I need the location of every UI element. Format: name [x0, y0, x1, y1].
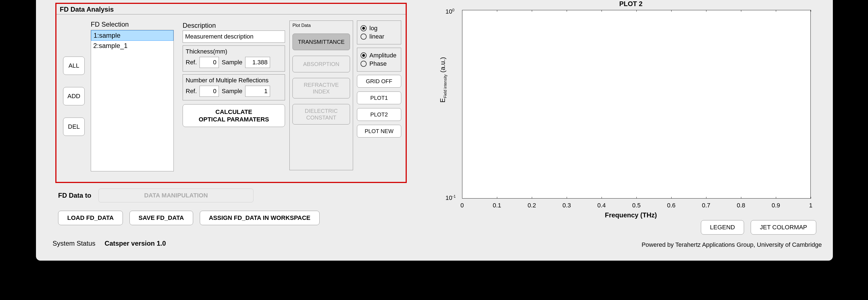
reflections-fieldset: Number of Multiple Reflections Ref. Samp… [183, 74, 285, 100]
log-radio-label: log [369, 25, 377, 32]
plot-axes[interactable] [462, 10, 811, 198]
data-manipulation-button: DATA MANIPULATION [98, 189, 253, 202]
calculate-button[interactable]: CALCULATE OPTICAL PARAMATERS [183, 104, 285, 127]
xlabel: Frequency (THz) [440, 211, 822, 219]
amplitude-radio[interactable]: Amplitude [361, 52, 398, 59]
xtick: 0.7 [702, 202, 711, 209]
dielectric-constant-label: DIELECTRIC CONSTANT [305, 108, 338, 121]
status-bar: System Status Catsper version 1.0 [53, 240, 166, 247]
plot-title: PLOT 2 [440, 0, 822, 8]
plot-data-column: Plot Data TRANSMITTANCE ABSORPTION REFRA… [289, 21, 353, 170]
ylabel-sub: Field intensity [443, 74, 447, 98]
phase-radio-label: Phase [369, 60, 386, 67]
reflections-ref-label: Ref. [186, 88, 197, 95]
xtick: 1 [809, 202, 812, 209]
assign-fd-data-button[interactable]: ASSIGN FD_DATA IN WORKSPACE [200, 211, 319, 225]
xtick: 0.4 [597, 202, 606, 209]
thickness-ref-input[interactable] [199, 57, 219, 68]
plot-new-button[interactable]: PLOT NEW [357, 125, 401, 138]
plot-data-title: Plot Data [292, 23, 350, 28]
description-label: Description [183, 22, 285, 29]
plot-data-fieldset: Plot Data TRANSMITTANCE ABSORPTION REFRA… [289, 21, 353, 170]
plot-buttons-row: LEGEND JET COLORMAP [440, 220, 816, 235]
list-item[interactable]: 2:sample_1 [91, 41, 174, 51]
thickness-fieldset: Thickness(mm) Ref. Sample [183, 46, 285, 72]
dielectric-constant-button: DIELECTRIC CONSTANT [292, 104, 350, 125]
reflections-sample-label: Sample [222, 88, 242, 95]
ylabel-suffix: (a.u.) [439, 57, 446, 75]
transmittance-button[interactable]: TRANSMITTANCE [292, 33, 350, 50]
plot-controls-column: log linear Amplitude Phase [357, 21, 401, 141]
bottom-buttons-row: LOAD FD_DATA SAVE FD_DATA ASSIGN FD_DATA… [58, 211, 319, 225]
refractive-index-label: REFRACTIVE INDEX [304, 82, 339, 95]
thickness-ref-label: Ref. [186, 59, 197, 66]
list-item[interactable]: 1:sample [91, 30, 174, 41]
phase-radio[interactable]: Phase [361, 60, 398, 67]
thickness-title: Thickness(mm) [186, 48, 282, 55]
xtick: 0.9 [772, 202, 780, 209]
legend-button[interactable]: LEGEND [701, 220, 744, 235]
log-radio[interactable]: log [361, 25, 398, 32]
plot2-button[interactable]: PLOT2 [357, 108, 401, 121]
app-window: FD Data Analysis FD Selection 1:sample 2… [36, 0, 833, 261]
ytick-0: 100 [445, 8, 454, 15]
xtick: 0.8 [737, 202, 745, 209]
reflections-ref-input[interactable] [199, 86, 219, 97]
xtick: 0 [460, 202, 464, 209]
refractive-index-button: REFRACTIVE INDEX [292, 78, 350, 99]
linear-radio[interactable]: linear [361, 33, 398, 40]
scale-radio-group: log linear [357, 21, 401, 44]
panel-title: FD Data Analysis [57, 4, 406, 15]
plot1-button[interactable]: PLOT1 [357, 91, 401, 104]
ylabel-prefix: E [439, 98, 446, 103]
properties-column: Description Thickness(mm) Ref. Sample Nu… [183, 21, 285, 127]
xtick: 0.6 [667, 202, 676, 209]
del-button[interactable]: DEL [63, 117, 85, 136]
all-button[interactable]: ALL [63, 57, 85, 75]
description-input[interactable] [183, 30, 285, 43]
amplitude-radio-label: Amplitude [369, 52, 397, 59]
xtick: 0.5 [632, 202, 641, 209]
grid-off-button[interactable]: GRID OFF [357, 75, 401, 88]
load-fd-data-button[interactable]: LOAD FD_DATA [58, 211, 123, 225]
ytick-1: 10-1 [445, 194, 456, 201]
status-label: System Status [53, 240, 95, 247]
xtick: 0.3 [562, 202, 571, 209]
radio-icon [361, 33, 367, 39]
fd-data-to-label: FD Data to [58, 192, 91, 199]
plot2-area: PLOT 2 100 10-1 EField intensity (a.u.) … [440, 0, 822, 227]
ylabel: EField intensity (a.u.) [439, 57, 447, 103]
fd-selection-column: FD Selection 1:sample 2:sample_1 ALL ADD… [63, 21, 179, 29]
save-fd-data-button[interactable]: SAVE FD_DATA [129, 211, 193, 225]
fd-data-analysis-panel: FD Data Analysis FD Selection 1:sample 2… [55, 3, 407, 183]
calculate-button-label: CALCULATE OPTICAL PARAMATERS [199, 108, 269, 124]
thickness-sample-label: Sample [222, 59, 242, 66]
radio-icon [361, 25, 367, 31]
fd-selection-label: FD Selection [91, 21, 179, 28]
xtick: 0.1 [493, 202, 501, 209]
radio-icon [361, 52, 367, 58]
linear-radio-label: linear [369, 33, 384, 40]
jet-colormap-button[interactable]: JET COLORMAP [751, 220, 816, 235]
radio-icon [361, 61, 367, 67]
absorption-button: ABSORPTION [292, 56, 350, 72]
xtick: 0.2 [528, 202, 536, 209]
fd-data-to-row: FD Data to DATA MANIPULATION [58, 189, 253, 202]
fd-selection-listbox[interactable]: 1:sample 2:sample_1 [91, 30, 174, 171]
version-label: Catsper version 1.0 [104, 240, 166, 247]
reflections-sample-input[interactable] [245, 86, 270, 97]
thickness-sample-input[interactable] [245, 57, 270, 68]
credit-label: Powered by Terahertz Applications Group,… [642, 241, 822, 248]
mode-radio-group: Amplitude Phase [357, 48, 401, 72]
reflections-title: Number of Multiple Reflections [186, 77, 282, 84]
add-button[interactable]: ADD [63, 87, 85, 105]
